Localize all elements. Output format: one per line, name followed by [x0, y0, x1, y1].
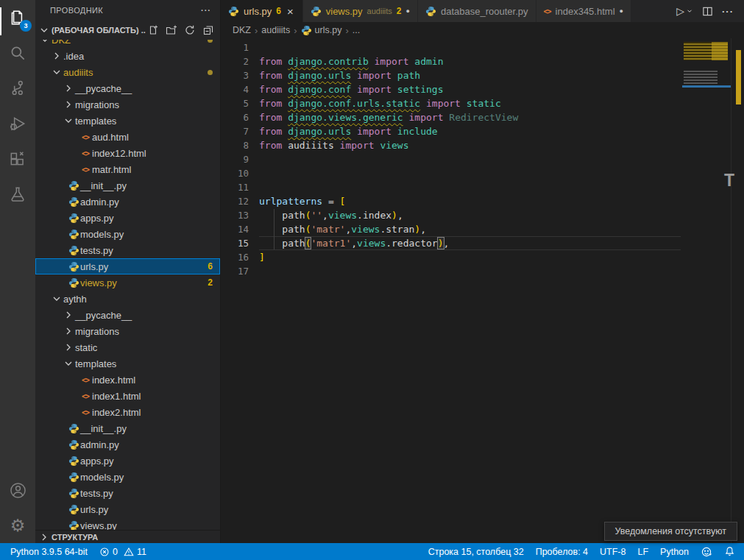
tree-item-urls.py[interactable]: urls.py	[35, 501, 220, 517]
code-token: [	[340, 196, 346, 207]
breadcrumb-item[interactable]: DKZ	[233, 25, 251, 35]
refresh-icon[interactable]	[184, 24, 196, 36]
status-problems[interactable]: 0 11	[93, 543, 152, 560]
tree-item-__init__.py[interactable]: __init__.py	[35, 177, 220, 194]
activity-extensions[interactable]	[0, 141, 35, 177]
run-button[interactable]: ▷	[676, 5, 693, 17]
status-encoding[interactable]: UTF-8	[594, 543, 631, 560]
tree-item-apps.py[interactable]: apps.py	[35, 210, 220, 226]
tab-urls.py[interactable]: urls.py6×	[221, 0, 303, 22]
tree-item-static[interactable]: static	[35, 339, 220, 355]
tree-item-migrations[interactable]: migrations	[35, 323, 220, 339]
outline-section-header[interactable]: СТРУКТУРА	[35, 531, 220, 543]
code-line-5: from django.conf.urls.static import stat…	[259, 96, 681, 110]
code-token	[282, 84, 288, 95]
tree-item-admin.py[interactable]: admin.py	[35, 194, 220, 210]
tab-close-button[interactable]: ×	[286, 5, 295, 18]
tree-item-label: tests.py	[80, 488, 113, 499]
activity-account[interactable]	[0, 472, 35, 508]
source-control-icon	[8, 79, 27, 98]
breadcrumb-item[interactable]: urls.py	[301, 25, 342, 36]
tab-database_roouter.py[interactable]: database_roouter.py	[418, 0, 536, 22]
tree-item-index.html[interactable]: <>index.html	[35, 372, 220, 388]
line-number: 15	[221, 236, 259, 250]
workspace-section-label: (РАБОЧАЯ ОБЛАСТЬ) ...	[52, 26, 146, 35]
beaker-icon	[8, 185, 27, 204]
line-number: 10	[221, 166, 259, 180]
tree-item-migrations[interactable]: migrations	[35, 96, 220, 113]
workspace-section-header[interactable]: (РАБОЧАЯ ОБЛАСТЬ) ...	[35, 21, 220, 40]
new-folder-button[interactable]	[166, 24, 177, 36]
breadcrumb-separator-icon: ›	[255, 25, 258, 36]
notification-toast[interactable]: Уведомления отсутствуют	[604, 522, 737, 541]
collapse-all-button[interactable]	[202, 24, 214, 36]
explorer-more-button[interactable]: ···	[201, 6, 211, 15]
tree-item-models.py[interactable]: models.py	[35, 226, 220, 242]
tree-item-audiiits[interactable]: audiiits	[35, 64, 220, 80]
tree-item-models.py[interactable]: models.py	[35, 469, 220, 485]
status-cursor-position[interactable]: Строка 15, столбец 32	[422, 543, 530, 560]
tree-item-apps.py[interactable]: apps.py	[35, 453, 220, 469]
activity-settings[interactable]: ⚙	[0, 508, 35, 543]
code-area[interactable]: from django.contrib import adminfrom dja…	[259, 38, 681, 543]
code-token: admin	[414, 56, 443, 67]
split-editor-button[interactable]	[702, 6, 713, 17]
new-file-button[interactable]	[147, 24, 159, 36]
activity-source-control[interactable]	[0, 71, 35, 106]
tree-item-__pycache__[interactable]: __pycache__	[35, 307, 220, 323]
tree-item-index2.html[interactable]: <>index2.html	[35, 404, 220, 420]
tabs: urls.py6×views.pyaudiiits2●database_roou…	[221, 0, 631, 22]
tree-item-__pycache__[interactable]: __pycache__	[35, 80, 220, 96]
tree-item-aud.html[interactable]: <>aud.html	[35, 129, 220, 145]
tree-item-urls.py[interactable]: urls.py6	[35, 258, 220, 274]
error-icon	[99, 547, 110, 557]
code-token: from	[259, 56, 282, 67]
tab-index345.html[interactable]: <>index345.html●	[536, 0, 631, 22]
minimap[interactable]	[682, 38, 731, 141]
tree-item-DKZ[interactable]: DKZ	[35, 40, 220, 48]
status-python-version[interactable]: Python 3.9.5 64-bit	[4, 543, 93, 560]
activity-testing[interactable]	[0, 177, 35, 212]
code-token: =	[322, 196, 339, 207]
notifications-bell-icon[interactable]	[718, 543, 741, 560]
feedback-icon[interactable]	[695, 543, 718, 560]
code-line-2: from django.contrib import admin	[259, 54, 681, 68]
tree-item-tests.py[interactable]: tests.py	[35, 242, 220, 258]
tree-item-__init__.py[interactable]: __init__.py	[35, 420, 220, 436]
tree-item-views.py[interactable]: views.py	[35, 517, 220, 531]
python-icon	[425, 6, 436, 17]
activity-search[interactable]	[0, 35, 35, 71]
warning-icon	[124, 547, 134, 557]
code-token: django.conf	[288, 84, 351, 95]
code-token: import	[375, 56, 409, 67]
status-language[interactable]: Python	[654, 543, 695, 560]
code-token: from	[259, 70, 282, 81]
status-eol[interactable]: LF	[631, 543, 654, 560]
tree-item-tests.py[interactable]: tests.py	[35, 485, 220, 501]
breadcrumb-item[interactable]: ...	[352, 25, 360, 35]
activity-explorer[interactable]: 3	[0, 0, 35, 35]
tree-item-aythh[interactable]: aythh	[35, 291, 220, 307]
code-token	[351, 126, 357, 137]
code-token	[403, 112, 409, 123]
tree-item-index12.html[interactable]: <>index12.html	[35, 145, 220, 161]
tree-item-label: migrations	[75, 326, 119, 337]
code-line-14: path('matr',views.stran),	[259, 222, 681, 236]
tree-item-templates[interactable]: templates	[35, 355, 220, 372]
tree-item-.idea[interactable]: .idea	[35, 48, 220, 64]
editor-more-button[interactable]: ···	[722, 6, 734, 17]
html-icon: <>	[79, 133, 92, 141]
activity-run-debug[interactable]	[0, 106, 35, 141]
tree-item-templates[interactable]: templates	[35, 113, 220, 129]
tree-item-admin.py[interactable]: admin.py	[35, 436, 220, 453]
status-indentation[interactable]: Пробелов: 4	[530, 543, 594, 560]
line-number: 1	[221, 40, 259, 54]
tab-views.py[interactable]: views.pyaudiiits2●	[303, 0, 418, 22]
code-token: )	[414, 224, 420, 235]
code-token	[351, 70, 357, 81]
breadcrumb-item[interactable]: audiiits	[261, 25, 290, 35]
tree-item-views.py[interactable]: views.py2	[35, 274, 220, 291]
code-token: ,	[322, 210, 328, 221]
tree-item-index1.html[interactable]: <>index1.html	[35, 388, 220, 404]
tree-item-matr.html[interactable]: <>matr.html	[35, 161, 220, 177]
